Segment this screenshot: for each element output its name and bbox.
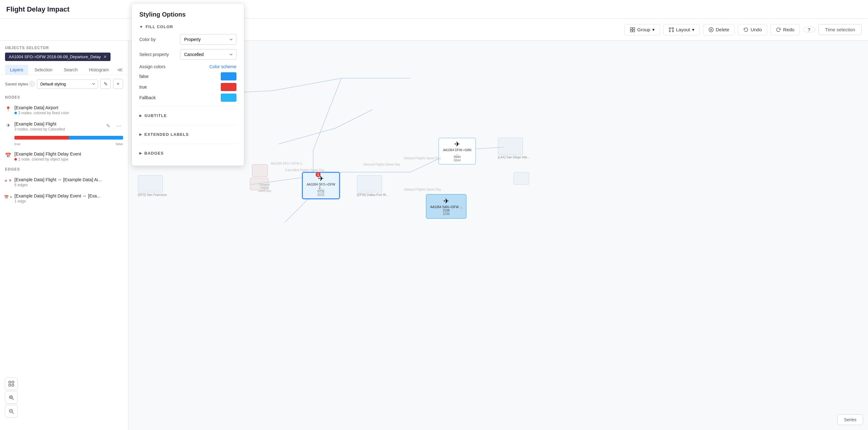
edge-delay-flight-icon: 📅✈ [5,194,11,200]
subtitle-toggle[interactable]: ▶ SUBTITLE [140,111,237,121]
tab-histogram[interactable]: Histogram [84,65,114,75]
delayed-flights-label-2: Delayed Flights Same Day [404,188,441,191]
style-select[interactable]: Default styling [37,79,98,89]
flight-layer-icon: ✈ [5,122,11,128]
flight-node-label: AA1004 SFO->DFW 2... [305,183,337,190]
select-property-row: Select property Cancelled [140,49,237,60]
edges-section-header: EDGES [0,165,128,174]
edit-style-button[interactable]: ✎ [100,79,111,89]
objects-selector-label: OBJECTS SELECTOR [5,46,123,50]
styling-panel: Styling Options ▼ FILL COLOR Color by Pr… [131,3,244,166]
flight-node-aa1064-san-dfw[interactable]: ✈ AA1064 SAN->DFW ... 1538 1036 [426,194,467,219]
svg-line-18 [313,78,341,150]
badges-toggle[interactable]: ▶ BADGES [140,148,237,158]
departure-delay-node [252,164,268,177]
selected-object-tag[interactable]: AA1004 SFO->DFW 2018-06-09_Departure_Del… [5,53,111,61]
svg-point-4 [669,28,671,29]
edge-delay-flight-name: [Example Data] Flight Delay Event ↔ [Exa… [14,193,123,198]
assign-colors-label: Assign colors [140,64,165,69]
airport-layer-icon: 📍 [5,106,11,112]
fill-color-toggle[interactable]: ▼ FILL COLOR [140,24,237,29]
svg-line-15 [272,78,341,91]
delayed-flights-same-day-label-1: Delayed Flights Same Day [404,157,441,160]
flight-node-sub1-3: 1538 [430,209,463,212]
select-property-select[interactable]: Cancelled [180,49,237,60]
svg-line-20 [279,128,335,144]
color-true-swatch[interactable] [221,83,237,91]
flight-node-aa1004[interactable]: ✈ 1 AA1004 SFO->DFW 2... 0732 0215 [302,172,340,199]
edge-layer-flight-airport[interactable]: ✈📍 [Example Data] Flight ↔ [Example Data… [0,174,128,190]
color-by-row: Color by Property [140,34,237,45]
airport-dot [14,112,17,114]
help-button[interactable]: ? [803,27,815,33]
extra-node-1 [514,172,529,185]
time-selection-button[interactable]: Time selection [818,24,862,35]
color-true-label: true [140,85,147,90]
edge-flight-airport-desc: 6 edges [14,183,123,187]
airport-dfw-box [357,175,382,193]
flight-badge: 1 [316,172,321,177]
flight-node-icon-wrapper: ✈ 1 [318,175,324,183]
flight-edit-button[interactable]: ✎ [104,122,113,130]
zoom-out-button[interactable] [5,405,18,418]
svg-point-5 [672,28,674,29]
flight-node-aa1064-dfw-san[interactable]: ✈ AA1064 DFW->SAN ... 0944 0844 [438,138,476,165]
color-fallback-label: Fallback [140,95,156,100]
subtitle-label: SUBTITLE [144,113,167,118]
tab-search[interactable]: Search [59,65,83,75]
airport-lax[interactable]: [LAX] San Diego Inte... [498,138,530,159]
extended-labels-arrow: ▶ [140,132,142,136]
flight-icon-2: ✈ [441,140,473,148]
toolbar: Group ▾ Layout ▾ Delete Undo Redo ? Time… [0,19,868,41]
color-row-true: true [140,83,237,91]
delay-event-layer-name: [Example Data] Flight Delay Event [14,152,123,157]
flight-node-label-2: AA1064 DFW->SAN ... [441,148,473,155]
group-button[interactable]: Group ▾ [624,24,660,35]
badges-arrow: ▶ [140,151,142,155]
flight-color-bar [14,136,123,140]
app-title: Flight Delay Impact [6,5,69,13]
color-false-swatch[interactable] [221,72,237,80]
layout-button[interactable]: Layout ▾ [663,24,700,35]
flight-more-button[interactable]: ⋯ [114,122,123,130]
flight-node-sub2: 0215 [305,193,337,197]
airport-sfo[interactable]: [SFO] San Francisco [138,175,167,197]
collapse-sidebar-icon[interactable]: ≪ [117,66,123,73]
saved-styles-info-icon[interactable]: i [29,81,34,87]
cancelled-flights-label: Cancelled Flights Same Day [285,168,324,172]
tab-selection[interactable]: Selection [29,65,58,75]
flight-node-sub2-3: 1036 [430,212,463,216]
add-style-button[interactable]: + [113,79,123,89]
extended-labels-toggle[interactable]: ▶ EXTENDED LABELS [140,130,237,139]
color-by-label: Color by [140,37,180,42]
redo-button[interactable]: Redo [770,24,800,35]
divider-2 [140,125,237,125]
color-row-fallback: Fallback [140,94,237,102]
panel-title: Styling Options [140,11,237,18]
color-scheme-link[interactable]: Color scheme [210,64,237,69]
tab-layers[interactable]: Layers [5,65,28,75]
select-property-label: Select property [140,52,180,57]
svg-rect-33 [12,384,14,386]
divider-3 [140,144,237,144]
layer-item-flight[interactable]: ✈ [Example Data] Flight 3 nodes, colored… [0,118,128,135]
svg-point-7 [672,31,674,32]
fit-view-button[interactable] [5,377,18,390]
layer-item-delay-event[interactable]: 📅 [Example Data] Flight Delay Event 1 no… [0,148,128,165]
inbound-flights-label: Inbound Flights Same Day [363,163,400,166]
color-fallback-swatch[interactable] [221,94,237,102]
edge-layer-delay-flight[interactable]: 📅✈ [Example Data] Flight Delay Event ↔ [… [0,190,128,206]
svg-rect-31 [12,381,14,383]
delete-button[interactable]: Delete [703,24,735,35]
airport-sfo-label: [SFO] San Francisco [138,193,167,197]
tag-close-icon[interactable]: ✕ [103,55,107,59]
layer-item-airport[interactable]: 📍 [Example Data] Airport 3 nodes, colore… [0,102,128,118]
airport-dfw[interactable]: [DFW] Dallas-Fort W... [357,175,388,197]
zoom-in-button[interactable] [5,391,18,404]
series-button[interactable]: Series [837,415,863,425]
color-by-select[interactable]: Property [180,34,237,45]
undo-button[interactable]: Undo [738,24,767,35]
flight-node-sub2-2: 0844 [441,159,473,162]
color-false-label: false [140,74,149,79]
airport-dfw-label: [DFW] Dallas-Fort W... [357,193,388,197]
